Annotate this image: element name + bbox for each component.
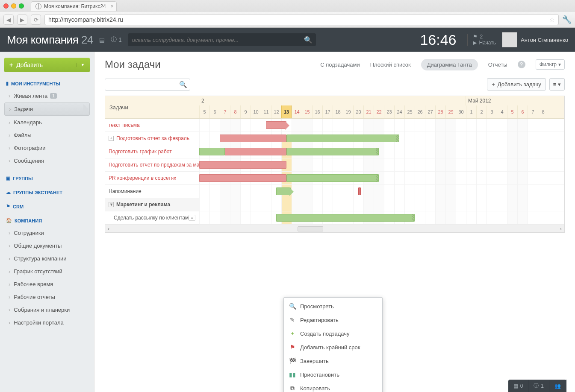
task-row[interactable]: Сделать рассылку по клиентам≡ [105, 211, 199, 225]
task-row[interactable]: Подготовить график работ [105, 145, 199, 158]
globe-icon [35, 3, 41, 9]
maximize-window-icon[interactable] [19, 3, 24, 9]
sidebar-item-meetings[interactable]: Собрания и планерки [4, 304, 90, 316]
row-menu-icon[interactable]: ≡ [189, 215, 195, 221]
task-row[interactable]: PR конференции в соцсетях [105, 172, 199, 185]
info-counter[interactable]: ⓘ 1 [111, 36, 122, 44]
close-window-icon[interactable] [3, 3, 9, 9]
sidebar-item-messages[interactable]: Сообщения [4, 155, 90, 167]
sidebar-item-photos[interactable]: Фотографии [4, 142, 90, 154]
add-task-button[interactable]: +Добавить задачу [487, 78, 546, 91]
gantt-bar[interactable] [358, 187, 361, 195]
search-input[interactable] [128, 33, 316, 46]
gantt-bar[interactable] [199, 148, 225, 155]
day-cell: 30 [456, 105, 466, 118]
ctx-edit[interactable]: ✎Редактировать [284, 313, 382, 327]
browser-tab[interactable]: Моя компания: Битрикс24 × [31, 1, 117, 11]
help-icon[interactable]: ? [518, 61, 525, 68]
task-search-input[interactable] [108, 82, 179, 88]
context-menu: 🔍Просмотреть ✎Редактировать +Создать под… [283, 297, 383, 392]
copy-icon: ⧉ [289, 385, 296, 392]
sidebar-item-calendar[interactable]: Календарь [4, 116, 90, 129]
sidebar-item-tasks[interactable]: Задачи [4, 102, 90, 116]
sidebar-item-feed[interactable]: Живая лента1 [4, 90, 90, 102]
settings-wrench-icon[interactable]: 🔧 [562, 15, 572, 24]
bookmark-icon[interactable]: ☆ [549, 16, 555, 23]
view-gantt[interactable]: Диаграмма Ганта [421, 59, 478, 70]
footer-messages[interactable]: ▤ 0 [508, 380, 529, 392]
minimize-window-icon[interactable] [11, 3, 16, 9]
ctx-deadline[interactable]: ⚑Добавить крайний срок [284, 340, 382, 354]
filter-button[interactable]: Фильтр ▾ [536, 59, 565, 70]
search-icon[interactable]: 🔍 [179, 81, 187, 88]
ctx-pause[interactable]: ▮▮Приостановить [284, 368, 382, 381]
task-name: текст письма [109, 122, 140, 128]
sidebar-item-settings[interactable]: Настройки портала [4, 316, 90, 329]
gantt-bar[interactable] [199, 161, 286, 169]
task-name: Маркетинг и реклама [116, 202, 170, 208]
user-block[interactable]: Антон Степаненко [502, 32, 568, 47]
address-bar[interactable]: http://mycompany.bitrix24.ru ☆ [44, 14, 559, 25]
start-workday[interactable]: ▶ Начать [473, 40, 496, 46]
tasks-column-header: Задачи [105, 96, 199, 118]
close-tab-icon[interactable]: × [111, 3, 114, 9]
avatar [502, 32, 517, 47]
gantt-scrollbar[interactable] [105, 225, 564, 232]
day-cell: 7 [528, 105, 538, 118]
day-cell: 10 [251, 105, 261, 118]
task-row[interactable]: +Подготовить отчет за февраль [105, 132, 199, 145]
window-controls[interactable] [3, 3, 24, 9]
view-subtasks[interactable]: С подзадачами [320, 61, 360, 68]
task-name: PR конференции в соцсетях [109, 175, 176, 181]
gantt-bar[interactable] [286, 148, 379, 155]
sidebar-item-absence[interactable]: График отсутствий [4, 265, 90, 278]
footer-info[interactable]: ⓘ 1 [528, 380, 549, 392]
gantt-bar[interactable] [286, 174, 379, 182]
add-button[interactable]: + Добавить ▼ [4, 58, 90, 72]
back-button[interactable]: ◀ [3, 15, 14, 25]
day-cell: 13 [281, 105, 292, 118]
gantt-bar[interactable] [199, 174, 286, 182]
sidebar-item-shared-docs[interactable]: Общие документы [4, 240, 90, 252]
clock: 16:46 [420, 32, 456, 48]
ctx-view[interactable]: 🔍Просмотреть [284, 299, 382, 313]
expander-icon[interactable]: ▾ [109, 202, 114, 207]
gantt-bar[interactable] [266, 121, 286, 129]
scrollbar-thumb[interactable] [298, 226, 323, 231]
task-row[interactable]: Подготовить отчет по продажам за ма [105, 158, 199, 172]
footer-users-icon[interactable]: 👥 [549, 380, 566, 392]
messenger-icon[interactable]: ▤ [99, 36, 105, 43]
logo-suffix: 24 [81, 33, 93, 46]
sidebar-item-worktime[interactable]: Рабочее время [4, 278, 90, 290]
search-icon[interactable]: 🔍 [304, 36, 313, 44]
sidebar-item-structure[interactable]: Структура компании [4, 252, 90, 265]
content: Мои задачи С подзадачами Плоский список … [94, 52, 575, 392]
sidebar-item-employees[interactable]: Сотрудники [4, 227, 90, 239]
task-row[interactable]: Напоминание [105, 185, 199, 198]
chevron-down-icon[interactable]: ▼ [76, 63, 85, 67]
list-options-button[interactable]: ≡ ▾ [549, 78, 565, 91]
clock-controls: ⚑ 2 ▶ Начать [467, 34, 496, 46]
flags-row[interactable]: ⚑ 2 [473, 34, 496, 40]
sidebar-item-workreports[interactable]: Рабочие отчеты [4, 291, 90, 303]
day-cell: 17 [322, 105, 333, 118]
task-row[interactable]: ▾Маркетинг и реклама [105, 198, 199, 211]
gantt-bar[interactable] [225, 148, 286, 155]
expander-icon[interactable]: + [109, 136, 114, 141]
header-search: 🔍 [128, 33, 316, 46]
ctx-subtask[interactable]: +Создать подзадачу [284, 327, 382, 340]
logo[interactable]: Моя компания 24 [7, 33, 93, 47]
view-flat[interactable]: Плоский список [370, 61, 411, 68]
reload-button[interactable]: ⟳ [31, 15, 41, 25]
gantt-bar[interactable] [286, 135, 399, 142]
ctx-complete[interactable]: 🏁Завершить [284, 354, 382, 368]
gantt-bar[interactable] [276, 214, 415, 222]
view-reports[interactable]: Отчеты [488, 61, 507, 68]
task-row[interactable]: текст письма [105, 119, 199, 132]
forward-button[interactable]: ▶ [17, 15, 27, 25]
sidebar-item-files[interactable]: Файлы [4, 129, 90, 141]
ctx-copy[interactable]: ⧉Копировать [284, 381, 382, 392]
day-cell: 9 [240, 105, 251, 118]
gantt-bar[interactable] [220, 135, 286, 142]
gantt-bar[interactable] [276, 187, 291, 195]
